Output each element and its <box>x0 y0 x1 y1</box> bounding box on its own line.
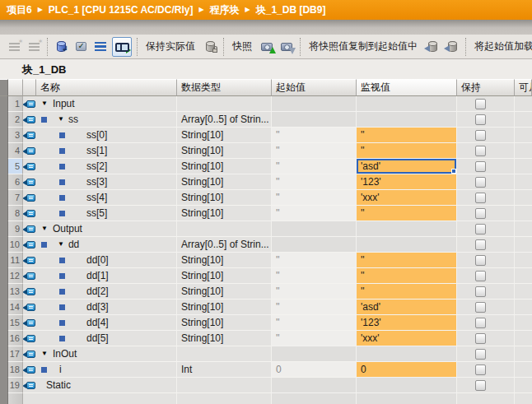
retain-checkbox[interactable] <box>475 333 486 344</box>
table-row[interactable]: 11 dd[0] String[10] '' '' <box>0 253 532 268</box>
table-row[interactable]: 14 dd[3] String[10] '' 'asd' <box>0 300 532 315</box>
retain-checkbox[interactable] <box>475 99 486 109</box>
header-start-value[interactable]: 起始值 <box>272 79 357 96</box>
row-number[interactable]: 19 <box>8 378 23 393</box>
copy-all-to-start-icon[interactable] <box>442 37 462 57</box>
monitor-value-cell[interactable]: 0 <box>357 362 457 378</box>
row-number[interactable]: 6 <box>8 174 23 190</box>
row-number[interactable]: 11 <box>8 253 23 268</box>
expander-caret-icon[interactable]: ▼ <box>41 351 48 357</box>
apply-icon[interactable] <box>71 37 91 57</box>
breadcrumb-project[interactable]: 项目6 <box>7 3 32 17</box>
row-number[interactable]: 13 <box>8 284 23 300</box>
breadcrumb-db-block[interactable]: 块_1_DB [DB9] <box>256 3 326 17</box>
insert-row-icon[interactable] <box>4 37 24 57</box>
row-number[interactable]: 10 <box>8 237 23 253</box>
expander-caret-icon[interactable]: ▼ <box>58 241 64 248</box>
table-row[interactable]: 17 ▼InOut <box>0 346 532 362</box>
expander-caret-icon[interactable]: ▼ <box>58 116 64 123</box>
monitor-value-cell[interactable]: '123' <box>357 174 457 190</box>
breadcrumb-plc[interactable]: PLC_1 [CPU 1215C AC/DC/Rly] <box>49 4 194 16</box>
row-number[interactable]: 5 <box>8 159 23 174</box>
monitor-value-cell[interactable]: '' <box>357 284 457 300</box>
row-number[interactable]: 7 <box>8 190 23 206</box>
monitor-value-cell[interactable]: '' <box>357 268 457 284</box>
copy-snapshot-to-start-button[interactable]: 将快照值复制到起始值中 <box>304 39 422 53</box>
table-row[interactable]: 10 ▼dd Array[0..5] of Strin... <box>0 237 532 253</box>
row-number[interactable]: 3 <box>8 128 23 143</box>
header-datatype[interactable]: 数据类型 <box>177 79 272 96</box>
snapshot-down-icon[interactable] <box>277 37 296 57</box>
header-accessible[interactable]: 可从 <box>515 79 532 96</box>
retain-checkbox[interactable] <box>475 208 486 219</box>
monitor-value-cell[interactable]: 'xxx' <box>357 190 457 206</box>
download-icon[interactable]: ↲ <box>51 37 71 57</box>
retain-checkbox[interactable] <box>475 193 486 203</box>
retain-checkbox[interactable] <box>475 130 486 141</box>
expander-caret-icon[interactable]: ▼ <box>41 225 48 232</box>
keep-actual-values-button[interactable]: 保持实际值 <box>141 39 200 53</box>
header-name[interactable]: 名称 <box>36 79 177 96</box>
cell-drag-handle[interactable] <box>451 169 456 174</box>
monitor-value-cell[interactable]: 'asd' <box>357 300 457 315</box>
table-row[interactable]: 15 dd[4] String[10] '' '123' <box>0 315 532 331</box>
table-row[interactable]: 13 dd[2] String[10] '' '' <box>0 284 532 300</box>
retain-checkbox[interactable] <box>475 349 486 360</box>
load-start-values-button[interactable]: 将起始值加载为 <box>469 39 532 53</box>
row-number[interactable]: 15 <box>8 315 23 331</box>
table-row[interactable]: 7 ss[4] String[10] '' 'xxx' <box>0 190 532 206</box>
table-row[interactable]: 9 ▼Output <box>0 221 532 237</box>
header-monitor-value[interactable]: 监视值 <box>357 79 457 96</box>
row-number[interactable]: 8 <box>8 206 23 221</box>
table-row[interactable]: 3 ss[0] String[10] '' '' <box>0 128 532 143</box>
table-row[interactable]: 2 ▼ss Array[0..5] of Strin... <box>0 112 532 128</box>
retain-checkbox[interactable] <box>475 224 486 235</box>
snapshot-button[interactable]: 快照 <box>227 39 257 53</box>
row-number[interactable]: 12 <box>8 268 23 284</box>
retain-checkbox[interactable] <box>475 271 486 281</box>
table-row-selected[interactable]: 5 ss[2] String[10] '' 'asd' <box>0 159 532 174</box>
expand-members-icon[interactable] <box>91 37 110 57</box>
row-number[interactable]: 18 <box>8 362 23 378</box>
table-row[interactable]: 16 dd[5] String[10] '' 'xxx' <box>0 331 532 346</box>
breadcrumb-program-blocks[interactable]: 程序块 <box>210 3 240 17</box>
table-row[interactable]: 8 ss[5] String[10] '' '' <box>0 206 532 221</box>
header-retain[interactable]: 保持 <box>457 79 515 96</box>
table-row[interactable]: 1 ▼Input <box>0 96 532 112</box>
retain-checkbox[interactable] <box>475 239 486 250</box>
table-row[interactable]: 6 ss[3] String[10] '' '123' <box>0 174 532 190</box>
retain-checkbox[interactable] <box>475 286 486 297</box>
monitor-value-cell[interactable]: 'xxx' <box>357 331 457 346</box>
monitor-all-button[interactable] <box>110 37 133 57</box>
monitor-value-cell[interactable]: '' <box>357 143 457 159</box>
retain-checkbox[interactable] <box>475 161 486 172</box>
row-number[interactable]: 14 <box>8 300 23 315</box>
retain-checkbox[interactable] <box>475 365 486 375</box>
add-row-icon[interactable] <box>24 37 44 57</box>
row-number[interactable]: 2 <box>8 112 23 128</box>
row-number[interactable]: 9 <box>8 221 23 237</box>
retain-checkbox[interactable] <box>475 255 486 266</box>
table-row[interactable]: 4 ss[1] String[10] '' '' <box>0 143 532 159</box>
retain-checkbox[interactable] <box>475 318 486 328</box>
retain-checkbox[interactable] <box>475 380 486 391</box>
retain-checkbox[interactable] <box>475 177 486 188</box>
expander-caret-icon[interactable]: ▼ <box>41 100 48 107</box>
keep-values-lock-icon[interactable] <box>200 37 220 57</box>
row-number[interactable]: 17 <box>8 346 23 362</box>
monitor-value-cell[interactable]: '' <box>357 253 457 268</box>
table-row[interactable]: 19 Static <box>0 378 532 393</box>
snapshot-up-icon[interactable] <box>257 37 277 57</box>
monitor-value-cell-selected[interactable]: 'asd' <box>357 159 457 174</box>
retain-checkbox[interactable] <box>475 302 486 313</box>
copy-to-start-icon[interactable] <box>422 37 442 57</box>
row-number[interactable]: 16 <box>8 331 23 346</box>
table-row[interactable]: 12 dd[1] String[10] '' '' <box>0 268 532 284</box>
monitor-value-cell[interactable]: '' <box>357 128 457 143</box>
retain-checkbox[interactable] <box>475 114 486 125</box>
row-number[interactable]: 1 <box>8 96 23 112</box>
retain-checkbox[interactable] <box>475 146 486 156</box>
monitor-value-cell[interactable]: '123' <box>357 315 457 331</box>
monitor-value-cell[interactable]: '' <box>357 206 457 221</box>
row-number[interactable]: 4 <box>8 143 23 159</box>
